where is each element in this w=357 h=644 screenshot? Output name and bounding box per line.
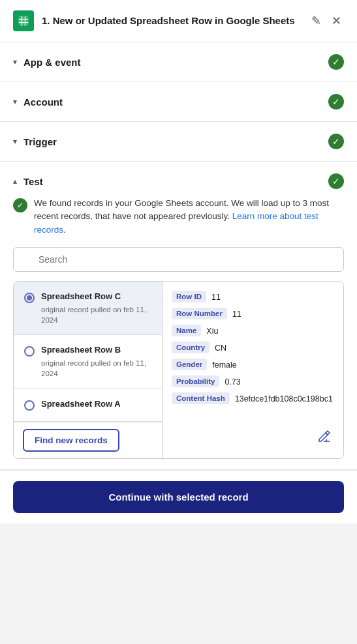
detail-row: Genderfemale	[172, 359, 334, 370]
detail-value: 11	[211, 291, 221, 302]
account-section: ▾ Account ✓	[0, 82, 357, 122]
detail-row: Row ID11	[172, 291, 334, 302]
radio-a[interactable]	[24, 400, 35, 411]
records-container: Spreadsheet Row C original record pulled…	[13, 281, 344, 459]
trigger-status: ✓	[328, 134, 344, 149]
trigger-section: ▾ Trigger ✓	[0, 122, 357, 162]
edit-button[interactable]: ✎	[309, 11, 324, 31]
test-header[interactable]: ▴ Test ✓	[0, 162, 357, 197]
app-icon	[13, 10, 34, 31]
detail-value: CN	[215, 342, 226, 353]
radio-c[interactable]	[24, 293, 35, 303]
detail-key: Name	[172, 325, 201, 336]
test-status: ✓	[328, 173, 344, 189]
detail-key: Row Number	[172, 308, 227, 319]
account-label: Account	[23, 96, 63, 108]
app-event-chevron: ▾	[13, 57, 17, 66]
records-list: Spreadsheet Row C original record pulled…	[14, 282, 163, 458]
record-item-b[interactable]: Spreadsheet Row B original record pulled…	[14, 335, 162, 388]
app-event-section: ▾ App & event ✓	[0, 42, 357, 82]
record-sub-c: original record pulled on feb 11, 2024	[41, 304, 151, 325]
radio-b[interactable]	[24, 346, 35, 357]
detail-key: Country	[172, 342, 210, 353]
record-detail-panel: Row ID11Row Number11NameXiuCountryCNGend…	[163, 282, 343, 458]
app-event-header[interactable]: ▾ App & event ✓	[0, 42, 357, 81]
detail-key: Probability	[172, 375, 219, 387]
trigger-header[interactable]: ▾ Trigger ✓	[0, 122, 357, 161]
continue-bar: Continue with selected record	[0, 470, 357, 523]
record-item-a[interactable]: Spreadsheet Row A	[14, 389, 162, 422]
detail-row: NameXiu	[172, 325, 334, 336]
record-name-b: Spreadsheet Row B	[41, 344, 151, 356]
record-name-a: Spreadsheet Row A	[41, 398, 121, 410]
detail-key: Content Hash	[172, 392, 230, 404]
app-event-label: App & event	[23, 57, 81, 68]
test-chevron: ▴	[13, 177, 17, 186]
step-title: 1. New or Updated Spreadsheet Row in Goo…	[42, 14, 301, 27]
detail-key: Row ID	[172, 291, 206, 302]
detail-value: 13efdce1fdb108c0c198bc1	[235, 392, 333, 403]
step-header: 1. New or Updated Spreadsheet Row in Goo…	[0, 0, 357, 42]
edit-record-button[interactable]	[315, 426, 334, 449]
detail-value: female	[212, 359, 237, 370]
record-name-c: Spreadsheet Row C	[41, 291, 151, 302]
detail-row: Content Hash13efdce1fdb108c0c198bc1	[172, 392, 334, 404]
search-input[interactable]	[13, 247, 344, 272]
detail-row: CountryCN	[172, 342, 334, 353]
info-check-icon: ✓	[13, 198, 27, 212]
svg-rect-0	[19, 16, 29, 26]
app-event-status: ✓	[328, 54, 344, 70]
close-button[interactable]: ✕	[329, 11, 344, 31]
detail-value: Xiu	[206, 325, 218, 336]
detail-value: 0.73	[225, 375, 240, 387]
find-new-records-button[interactable]: Find new records	[23, 429, 119, 452]
test-label: Test	[23, 176, 43, 187]
account-header[interactable]: ▾ Account ✓	[0, 82, 357, 121]
detail-value: 11	[232, 308, 241, 319]
trigger-label: Trigger	[23, 136, 57, 147]
detail-row: Probability0.73	[172, 375, 334, 387]
find-btn-row: Find new records	[14, 422, 162, 458]
info-text: We found records in your Google Sheets a…	[34, 197, 344, 237]
record-item-c[interactable]: Spreadsheet Row C original record pulled…	[14, 282, 162, 335]
detail-row: Row Number11	[172, 308, 334, 319]
account-chevron: ▾	[13, 97, 17, 106]
trigger-chevron: ▾	[13, 137, 17, 146]
account-status: ✓	[328, 94, 344, 110]
detail-key: Gender	[172, 359, 207, 370]
continue-button[interactable]: Continue with selected record	[13, 481, 344, 513]
search-wrapper: ⌕	[13, 247, 344, 272]
test-section: ▴ Test ✓ ✓ We found records in your Goog…	[0, 162, 357, 470]
record-sub-b: original record pulled on feb 11, 2024	[41, 358, 151, 379]
